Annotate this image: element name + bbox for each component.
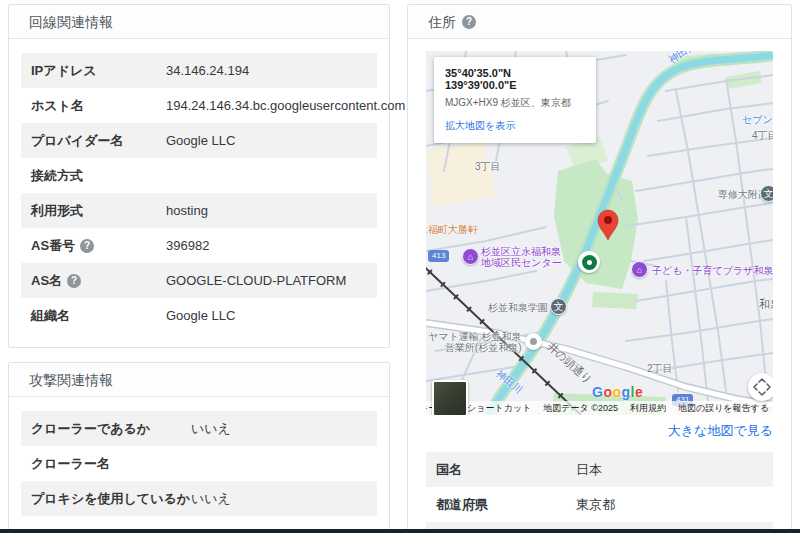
map-label-kodomo-plaza: 子ども・子育てプラザ和泉	[652, 264, 773, 278]
map-embed[interactable]: 35°40'35.0"N 139°39'00.0"E MJGX+HX9 杉並区、…	[426, 51, 773, 415]
row-value: 日本	[576, 461, 602, 479]
help-icon[interactable]: ?	[80, 239, 94, 253]
page: 回線関連情報 IPアドレス 34.146.24.194 ホスト名 194.24.…	[0, 0, 800, 533]
table-row: AS名 ? GOOGLE-CLOUD-PLATFORM	[21, 263, 377, 298]
row-label: プロキシを使用しているか	[31, 490, 190, 508]
report-error-link[interactable]: 地図の誤りを報告する	[678, 402, 769, 415]
row-label: 接続方式	[31, 167, 83, 185]
address-title: 住所	[428, 12, 456, 32]
school-icon: 文	[550, 298, 567, 315]
pan-arrows-icon	[748, 373, 773, 401]
google-logo: Google	[592, 384, 643, 400]
kodomo-plaza-icon: ⌂	[631, 261, 648, 278]
plus-code-text: MJGX+HX9 杉並区、東京都	[445, 96, 585, 110]
line-info-title: 回線関連情報	[29, 12, 113, 32]
park-marker-icon[interactable]	[578, 251, 600, 273]
table-row: AS番号 ? 396982	[21, 228, 377, 263]
table-row: プロバイダー名 Google LLC	[21, 123, 377, 158]
map-label-2chome: 2丁目	[647, 362, 673, 376]
row-label: 国名	[436, 461, 576, 479]
map-label-community-center: 杉並区立永福和泉地域区民センター	[481, 246, 562, 268]
row-value: Google LLC	[166, 133, 235, 148]
address-body: 35°40'35.0"N 139°39'00.0"E MJGX+HX9 杉並区、…	[408, 39, 791, 533]
route-badge-413: 413	[428, 250, 449, 262]
map-label-izumi-gakuen: 杉並和泉学園	[488, 301, 548, 315]
row-label: AS名	[31, 272, 62, 290]
address-header: 住所 ?	[408, 5, 791, 39]
attack-info-card: 攻撃関連情報 クローラーであるか いいえ クローラー名 プロキシを使用しているか…	[8, 362, 390, 533]
row-label: ホスト名	[31, 97, 84, 115]
map-label-taishoken: 永福町大勝軒	[426, 223, 478, 237]
row-label: IPアドレス	[31, 62, 97, 80]
row-label: 組織名	[31, 307, 70, 325]
yamato-poi-icon	[525, 333, 542, 350]
coordinates-text: 35°40'35.0"N 139°39'00.0"E	[445, 67, 585, 91]
row-label: クローラーであるか	[31, 420, 150, 438]
row-value: 194.24.146.34.bc.googleusercontent.com	[166, 98, 405, 113]
row-label: プロバイダー名	[31, 132, 124, 150]
location-pin-icon[interactable]	[595, 207, 621, 241]
attack-info-title: 攻撃関連情報	[29, 370, 113, 390]
satellite-view-toggle[interactable]	[432, 380, 468, 415]
attack-info-header: 攻撃関連情報	[9, 363, 389, 397]
help-icon[interactable]: ?	[67, 274, 81, 288]
line-info-card: 回線関連情報 IPアドレス 34.146.24.194 ホスト名 194.24.…	[8, 4, 390, 348]
view-larger-map-link[interactable]: 大きな地図で見る	[426, 422, 773, 440]
community-center-icon: ⌂	[462, 248, 479, 265]
table-row: 組織名 Google LLC	[21, 298, 377, 333]
row-value: GOOGLE-CLOUD-PLATFORM	[166, 273, 346, 288]
geo-table: 国名 日本 都道府県 東京都	[426, 452, 773, 533]
row-value: いいえ	[191, 420, 231, 438]
attack-info-body: クローラーであるか いいえ クローラー名 プロキシを使用しているか いいえ	[9, 397, 389, 530]
row-value: 34.146.24.194	[166, 63, 249, 78]
address-card: 住所 ?	[407, 4, 792, 533]
table-row: IPアドレス 34.146.24.194	[21, 53, 377, 88]
line-info-header: 回線関連情報	[9, 5, 389, 39]
table-row: 接続方式	[21, 158, 377, 193]
map-data-text: 地図データ ©2025	[543, 402, 618, 415]
help-icon[interactable]: ?	[462, 15, 476, 29]
map-info-card: 35°40'35.0"N 139°39'00.0"E MJGX+HX9 杉並区、…	[434, 57, 596, 143]
row-value: Google LLC	[166, 308, 235, 323]
row-value: 東京都	[576, 496, 615, 514]
row-value: いいえ	[191, 490, 231, 508]
row-label: AS番号	[31, 237, 75, 255]
table-row: 利用形式 hosting	[21, 193, 377, 228]
line-info-body: IPアドレス 34.146.24.194 ホスト名 194.24.146.34.…	[9, 39, 389, 347]
terms-link[interactable]: 利用規約	[630, 402, 666, 415]
school-icon: 文	[760, 185, 773, 202]
pan-control[interactable]	[748, 373, 773, 401]
row-label: 利用形式	[31, 202, 83, 220]
table-row: 国名 日本	[426, 452, 773, 487]
map-label-4chome: 4丁目	[752, 129, 773, 143]
table-row: クローラー名	[21, 446, 377, 481]
row-label: 都道府県	[436, 496, 576, 514]
row-label: クローラー名	[31, 455, 110, 473]
map-label-yamato: ヤマト運輸 杉並和泉営業所(杉並和泉)	[428, 331, 521, 353]
table-row: プロキシを使用しているか いいえ	[21, 481, 377, 516]
row-value: hosting	[166, 203, 208, 218]
bottom-bar	[0, 529, 800, 533]
enlarge-map-link[interactable]: 拡大地図を表示	[445, 119, 585, 133]
table-row: クローラーであるか いいえ	[21, 411, 377, 446]
table-row: 都道府県 東京都	[426, 487, 773, 522]
map-label-seven-eleven: セブン-イレブン	[742, 113, 773, 127]
map-attribution: キーボード ショートカット 地図データ ©2025 利用規約 地図の誤りを報告す…	[426, 401, 773, 415]
row-value: 396982	[166, 238, 209, 253]
map-label-3chome: 3丁目	[475, 160, 501, 174]
table-row: ホスト名 194.24.146.34.bc.googleusercontent.…	[21, 88, 377, 123]
map-label-izumi: 和泉	[759, 297, 773, 312]
